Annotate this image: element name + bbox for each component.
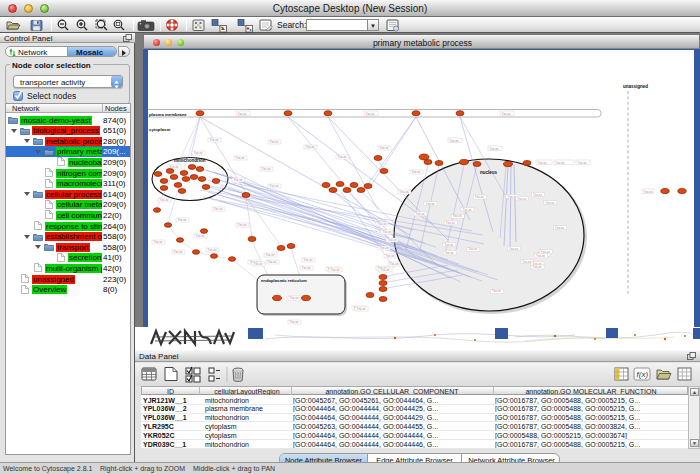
- svg-text:Yxx-xx: Yxx-xx: [366, 112, 376, 116]
- svg-text:cytoplasm: cytoplasm: [149, 127, 170, 132]
- svg-text:Yxx-xx: Yxx-xx: [380, 246, 390, 250]
- svg-text:Yxx-xx: Yxx-xx: [380, 146, 390, 150]
- svg-text:Yxx-xx: Yxx-xx: [400, 190, 410, 194]
- svg-text:Yxx-xx: Yxx-xx: [331, 268, 341, 272]
- svg-text:Yxx-xx: Yxx-xx: [522, 260, 532, 264]
- svg-text:Yxx-xx: Yxx-xx: [383, 230, 393, 234]
- svg-text:Yxx-xx: Yxx-xx: [236, 156, 246, 160]
- svg-text:Yxx-xx: Yxx-xx: [468, 247, 478, 251]
- svg-text:Yxx-xx: Yxx-xx: [254, 262, 264, 266]
- svg-text:endoplasmic reticulum: endoplasmic reticulum: [261, 278, 307, 283]
- svg-text:Yxx-xx: Yxx-xx: [266, 253, 276, 257]
- svg-text:Yxx-xx: Yxx-xx: [160, 198, 170, 202]
- svg-text:Yxx-xx: Yxx-xx: [290, 296, 300, 300]
- svg-text:Yxx-xx: Yxx-xx: [290, 320, 300, 324]
- svg-text:Yxx-xx: Yxx-xx: [533, 265, 543, 269]
- svg-text:Yxx-xx: Yxx-xx: [492, 289, 502, 293]
- svg-text:Yxx-xx: Yxx-xx: [386, 254, 396, 258]
- svg-text:Yxx-xx: Yxx-xx: [234, 178, 244, 182]
- svg-text:Yxx-xx: Yxx-xx: [381, 268, 391, 272]
- svg-text:Yxx-xx: Yxx-xx: [154, 240, 164, 244]
- svg-text:Yxx-xx: Yxx-xx: [270, 140, 280, 144]
- svg-text:Yxx-xx: Yxx-xx: [270, 184, 280, 188]
- svg-text:plasma membrane: plasma membrane: [149, 112, 187, 117]
- svg-text:Yxx-xx: Yxx-xx: [306, 145, 316, 149]
- svg-text:Yxx-xx: Yxx-xx: [502, 112, 512, 116]
- svg-text:Yxx-xx: Yxx-xx: [302, 266, 312, 270]
- svg-text:Yxx-xx: Yxx-xx: [517, 197, 527, 201]
- svg-text:Yxx-xx: Yxx-xx: [545, 201, 555, 205]
- svg-text:Yxx-xx: Yxx-xx: [357, 307, 367, 311]
- svg-text:Yxx-xx: Yxx-xx: [338, 155, 348, 159]
- svg-text:Yxx-xx: Yxx-xx: [509, 247, 519, 251]
- svg-text:Yxx-xx: Yxx-xx: [208, 248, 218, 252]
- svg-text:Yxx-xx: Yxx-xx: [453, 214, 463, 218]
- svg-text:Yxx-xx: Yxx-xx: [425, 202, 435, 206]
- svg-text:Yxx-xx: Yxx-xx: [533, 193, 543, 197]
- svg-text:Yxx-xx: Yxx-xx: [238, 112, 248, 116]
- svg-text:Yxx-xx: Yxx-xx: [304, 258, 314, 262]
- svg-text:unassigned: unassigned: [623, 84, 648, 89]
- svg-text:Yxx-xx: Yxx-xx: [578, 161, 588, 165]
- svg-text:nucleus: nucleus: [480, 170, 498, 175]
- svg-text:Yxx-xx: Yxx-xx: [196, 234, 206, 238]
- svg-text:Yxx-xx: Yxx-xx: [536, 254, 546, 258]
- svg-text:Yxx-xx: Yxx-xx: [378, 222, 388, 226]
- svg-text:Yxx-xx: Yxx-xx: [446, 221, 456, 225]
- svg-text:Yxx-xx: Yxx-xx: [388, 238, 398, 242]
- svg-text:Yxx-xx: Yxx-xx: [475, 195, 485, 199]
- svg-text:f(x): f(x): [637, 370, 649, 379]
- svg-text:Yxx-xx: Yxx-xx: [490, 147, 500, 151]
- svg-text:Yxx-xx: Yxx-xx: [463, 208, 473, 212]
- svg-text:Yxx-xx: Yxx-xx: [541, 250, 551, 254]
- svg-text:Yxx-xx: Yxx-xx: [556, 161, 566, 165]
- svg-text:Yxx-xx: Yxx-xx: [194, 151, 204, 155]
- svg-text:Yxx-xx: Yxx-xx: [390, 262, 400, 266]
- svg-text:Yxx-xx: Yxx-xx: [444, 243, 454, 247]
- svg-text:Yxx-xx: Yxx-xx: [412, 170, 422, 174]
- svg-text:Yxx-xx: Yxx-xx: [445, 251, 455, 255]
- svg-text:Yxx-xx: Yxx-xx: [238, 223, 248, 227]
- svg-text:Yxx-xx: Yxx-xx: [538, 161, 548, 165]
- svg-text:Yxx-xx: Yxx-xx: [210, 138, 220, 142]
- svg-text:Yxx-xx: Yxx-xx: [644, 190, 654, 194]
- svg-text:Yxx-xx: Yxx-xx: [178, 218, 188, 222]
- svg-text:Yxx-xx: Yxx-xx: [555, 226, 565, 230]
- svg-text:Yxx-xx: Yxx-xx: [268, 260, 278, 264]
- svg-text:Yxx-xx: Yxx-xx: [174, 250, 184, 254]
- svg-text:Yxx-xx: Yxx-xx: [214, 207, 224, 211]
- svg-text:Yxx-xx: Yxx-xx: [450, 139, 460, 143]
- svg-text:Yxx-xx: Yxx-xx: [416, 212, 426, 216]
- svg-text:Yxx-xx: Yxx-xx: [262, 167, 272, 171]
